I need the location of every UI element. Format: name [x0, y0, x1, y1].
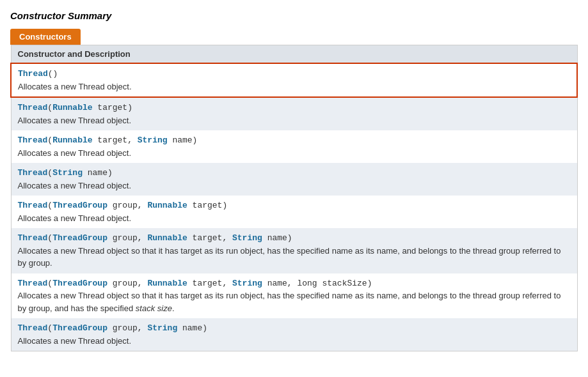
constructor-signature[interactable]: Thread(): [18, 68, 570, 81]
constructor-signature[interactable]: Thread(ThreadGroup group, Runnable targe…: [18, 199, 571, 212]
constructor-cell: Thread()Allocates a new Thread object.: [11, 63, 577, 97]
constructors-tab[interactable]: Constructors: [10, 29, 81, 45]
constructor-cell: Thread(ThreadGroup group, Runnable targe…: [11, 273, 577, 319]
table-row: Thread(Runnable target, String name)Allo…: [11, 130, 577, 163]
constructor-description: Allocates a new Thread object.: [18, 147, 571, 160]
constructor-description: Allocates a new Thread object so that it…: [18, 245, 571, 270]
table-row: Thread(ThreadGroup group, Runnable targe…: [11, 228, 577, 273]
table-header-cell: Constructor and Description: [11, 45, 577, 64]
constructor-signature[interactable]: Thread(Runnable target): [18, 102, 571, 114]
table-row: Thread(Runnable target)Allocates a new T…: [11, 97, 577, 130]
constructor-cell: Thread(ThreadGroup group, String name)Al…: [11, 318, 577, 351]
constructor-cell: Thread(Runnable target)Allocates a new T…: [11, 97, 577, 130]
constructor-cell: Thread(Runnable target, String name)Allo…: [11, 130, 577, 163]
constructor-cell: Thread(String name)Allocates a new Threa…: [11, 163, 577, 196]
table-row: Thread(ThreadGroup group, Runnable targe…: [11, 273, 577, 319]
constructor-description: Allocates a new Thread object so that it…: [18, 289, 571, 314]
constructor-description: Allocates a new Thread object.: [18, 114, 571, 127]
constructor-table: Constructor and Description Thread()Allo…: [10, 45, 578, 351]
constructor-cell: Thread(ThreadGroup group, Runnable targe…: [11, 196, 577, 228]
section-title: Constructor Summary: [10, 10, 578, 21]
table-row: Thread(ThreadGroup group, Runnable targe…: [11, 196, 577, 228]
table-row: Thread()Allocates a new Thread object.: [11, 63, 577, 97]
constructor-description: Allocates a new Thread object.: [18, 335, 571, 348]
constructor-description: Allocates a new Thread object.: [18, 180, 571, 192]
constructor-description: Allocates a new Thread object.: [18, 81, 570, 93]
constructor-signature[interactable]: Thread(String name): [18, 167, 571, 180]
constructor-signature[interactable]: Thread(Runnable target, String name): [18, 134, 571, 147]
constructor-signature[interactable]: Thread(ThreadGroup group, Runnable targe…: [18, 232, 571, 245]
constructor-signature[interactable]: Thread(ThreadGroup group, String name): [18, 322, 571, 335]
table-row: Thread(String name)Allocates a new Threa…: [11, 163, 577, 196]
table-row: Thread(ThreadGroup group, String name)Al…: [11, 318, 577, 351]
constructor-cell: Thread(ThreadGroup group, Runnable targe…: [11, 228, 577, 273]
constructor-signature[interactable]: Thread(ThreadGroup group, Runnable targe…: [18, 277, 571, 290]
table-header-row: Constructor and Description: [11, 45, 577, 64]
constructor-description: Allocates a new Thread object.: [18, 212, 571, 225]
